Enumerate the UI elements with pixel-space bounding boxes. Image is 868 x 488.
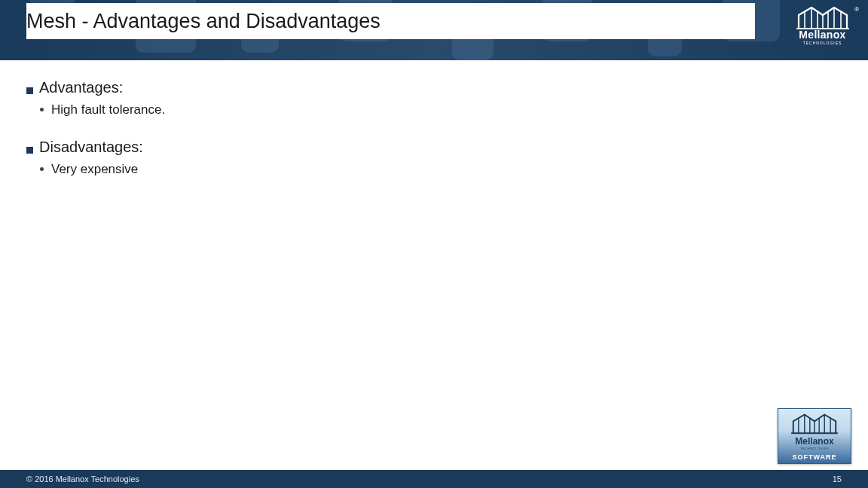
- title-bar: Mesh - Advantages and Disadvantages: [26, 3, 755, 39]
- section-heading: Advantages:: [39, 79, 123, 96]
- logo-subtitle: TECHNOLOGIES: [800, 447, 829, 450]
- mellanox-software-logo: Mellanox TECHNOLOGIES SOFTWARE: [778, 408, 851, 464]
- mellanox-logo: Mellanox TECHNOLOGIES ®: [790, 5, 854, 45]
- list-item: Advantages:: [26, 79, 842, 96]
- slide-footer: © 2016 Mellanox Technologies 15: [0, 470, 868, 488]
- logo-subtitle: TECHNOLOGIES: [790, 41, 854, 45]
- dot-bullet-icon: [40, 167, 44, 171]
- registered-icon: ®: [854, 6, 859, 13]
- bridge-icon: [790, 412, 839, 438]
- bullet-text: High fault tolerance.: [51, 102, 165, 117]
- page-title: Mesh - Advantages and Disadvantages: [26, 10, 381, 33]
- copyright-text: © 2016 Mellanox Technologies: [26, 474, 139, 483]
- slide-header: Mesh - Advantages and Disadvantages Mell…: [0, 0, 868, 60]
- list-item: Very expensive: [40, 162, 842, 177]
- bridge-icon: [790, 5, 854, 30]
- list-item: High fault tolerance.: [40, 102, 842, 117]
- bullet-text: Very expensive: [51, 162, 138, 177]
- logo-name: Mellanox: [795, 436, 833, 447]
- list-item: Disadvantages:: [26, 139, 842, 156]
- section-heading: Disadvantages:: [39, 139, 143, 156]
- dot-bullet-icon: [40, 108, 44, 111]
- logo-name: Mellanox: [790, 29, 854, 41]
- square-bullet-icon: [26, 147, 33, 154]
- square-bullet-icon: [26, 87, 33, 94]
- page-number: 15: [833, 474, 842, 483]
- logo-software-label: SOFTWARE: [793, 453, 837, 461]
- slide-content: Advantages: High fault tolerance. Disadv…: [26, 72, 842, 465]
